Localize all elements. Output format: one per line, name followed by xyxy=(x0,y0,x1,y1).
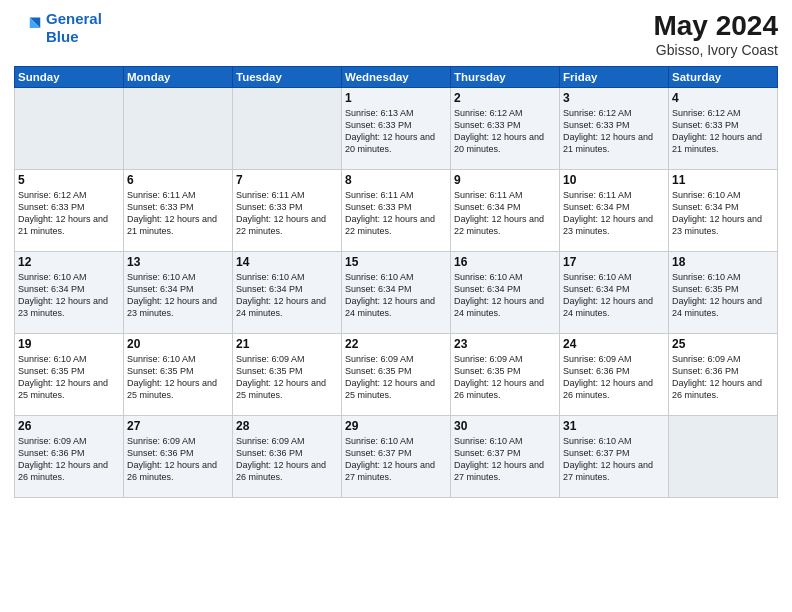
day-number: 3 xyxy=(563,91,665,105)
calendar-cell: 27Sunrise: 6:09 AMSunset: 6:36 PMDayligh… xyxy=(124,416,233,498)
weekday-header-friday: Friday xyxy=(560,67,669,88)
calendar-cell: 7Sunrise: 6:11 AMSunset: 6:33 PMDaylight… xyxy=(233,170,342,252)
calendar-cell: 4Sunrise: 6:12 AMSunset: 6:33 PMDaylight… xyxy=(669,88,778,170)
calendar-cell: 16Sunrise: 6:10 AMSunset: 6:34 PMDayligh… xyxy=(451,252,560,334)
page: General Blue May 2024 Gbisso, Ivory Coas… xyxy=(0,0,792,612)
day-number: 16 xyxy=(454,255,556,269)
day-info: Sunrise: 6:12 AMSunset: 6:33 PMDaylight:… xyxy=(18,189,120,238)
day-number: 22 xyxy=(345,337,447,351)
day-number: 31 xyxy=(563,419,665,433)
calendar-cell xyxy=(124,88,233,170)
calendar-cell: 12Sunrise: 6:10 AMSunset: 6:34 PMDayligh… xyxy=(15,252,124,334)
day-info: Sunrise: 6:10 AMSunset: 6:37 PMDaylight:… xyxy=(454,435,556,484)
month-title: May 2024 xyxy=(653,10,778,42)
logo-line1: General xyxy=(46,10,102,27)
logo-line2: Blue xyxy=(46,28,79,45)
calendar-cell: 3Sunrise: 6:12 AMSunset: 6:33 PMDaylight… xyxy=(560,88,669,170)
day-info: Sunrise: 6:09 AMSunset: 6:35 PMDaylight:… xyxy=(454,353,556,402)
calendar-cell: 14Sunrise: 6:10 AMSunset: 6:34 PMDayligh… xyxy=(233,252,342,334)
day-info: Sunrise: 6:10 AMSunset: 6:34 PMDaylight:… xyxy=(454,271,556,320)
day-info: Sunrise: 6:11 AMSunset: 6:33 PMDaylight:… xyxy=(236,189,338,238)
day-number: 26 xyxy=(18,419,120,433)
day-info: Sunrise: 6:11 AMSunset: 6:34 PMDaylight:… xyxy=(563,189,665,238)
calendar-cell xyxy=(233,88,342,170)
calendar-cell: 21Sunrise: 6:09 AMSunset: 6:35 PMDayligh… xyxy=(233,334,342,416)
day-info: Sunrise: 6:09 AMSunset: 6:36 PMDaylight:… xyxy=(672,353,774,402)
header: General Blue May 2024 Gbisso, Ivory Coas… xyxy=(14,10,778,58)
day-info: Sunrise: 6:09 AMSunset: 6:35 PMDaylight:… xyxy=(345,353,447,402)
day-number: 6 xyxy=(127,173,229,187)
calendar-cell: 6Sunrise: 6:11 AMSunset: 6:33 PMDaylight… xyxy=(124,170,233,252)
day-info: Sunrise: 6:10 AMSunset: 6:34 PMDaylight:… xyxy=(18,271,120,320)
location-title: Gbisso, Ivory Coast xyxy=(653,42,778,58)
day-info: Sunrise: 6:10 AMSunset: 6:35 PMDaylight:… xyxy=(18,353,120,402)
day-info: Sunrise: 6:13 AMSunset: 6:33 PMDaylight:… xyxy=(345,107,447,156)
calendar-cell: 19Sunrise: 6:10 AMSunset: 6:35 PMDayligh… xyxy=(15,334,124,416)
day-info: Sunrise: 6:10 AMSunset: 6:34 PMDaylight:… xyxy=(345,271,447,320)
day-info: Sunrise: 6:11 AMSunset: 6:33 PMDaylight:… xyxy=(345,189,447,238)
weekday-header-tuesday: Tuesday xyxy=(233,67,342,88)
calendar-cell xyxy=(669,416,778,498)
day-number: 2 xyxy=(454,91,556,105)
day-number: 29 xyxy=(345,419,447,433)
day-info: Sunrise: 6:10 AMSunset: 6:35 PMDaylight:… xyxy=(127,353,229,402)
day-number: 18 xyxy=(672,255,774,269)
day-info: Sunrise: 6:10 AMSunset: 6:34 PMDaylight:… xyxy=(236,271,338,320)
day-info: Sunrise: 6:09 AMSunset: 6:36 PMDaylight:… xyxy=(563,353,665,402)
day-info: Sunrise: 6:11 AMSunset: 6:33 PMDaylight:… xyxy=(127,189,229,238)
calendar-cell: 13Sunrise: 6:10 AMSunset: 6:34 PMDayligh… xyxy=(124,252,233,334)
day-number: 8 xyxy=(345,173,447,187)
logo-text: General Blue xyxy=(46,10,102,46)
day-number: 13 xyxy=(127,255,229,269)
calendar-cell: 17Sunrise: 6:10 AMSunset: 6:34 PMDayligh… xyxy=(560,252,669,334)
calendar: SundayMondayTuesdayWednesdayThursdayFrid… xyxy=(14,66,778,498)
logo-icon xyxy=(14,14,42,42)
day-info: Sunrise: 6:09 AMSunset: 6:36 PMDaylight:… xyxy=(127,435,229,484)
day-number: 14 xyxy=(236,255,338,269)
calendar-cell xyxy=(15,88,124,170)
calendar-cell: 10Sunrise: 6:11 AMSunset: 6:34 PMDayligh… xyxy=(560,170,669,252)
day-number: 15 xyxy=(345,255,447,269)
calendar-cell: 15Sunrise: 6:10 AMSunset: 6:34 PMDayligh… xyxy=(342,252,451,334)
calendar-cell: 8Sunrise: 6:11 AMSunset: 6:33 PMDaylight… xyxy=(342,170,451,252)
day-number: 5 xyxy=(18,173,120,187)
day-number: 4 xyxy=(672,91,774,105)
day-info: Sunrise: 6:12 AMSunset: 6:33 PMDaylight:… xyxy=(672,107,774,156)
calendar-cell: 9Sunrise: 6:11 AMSunset: 6:34 PMDaylight… xyxy=(451,170,560,252)
day-info: Sunrise: 6:10 AMSunset: 6:37 PMDaylight:… xyxy=(345,435,447,484)
calendar-cell: 24Sunrise: 6:09 AMSunset: 6:36 PMDayligh… xyxy=(560,334,669,416)
weekday-header-monday: Monday xyxy=(124,67,233,88)
weekday-header-saturday: Saturday xyxy=(669,67,778,88)
calendar-cell: 22Sunrise: 6:09 AMSunset: 6:35 PMDayligh… xyxy=(342,334,451,416)
calendar-cell: 1Sunrise: 6:13 AMSunset: 6:33 PMDaylight… xyxy=(342,88,451,170)
day-number: 12 xyxy=(18,255,120,269)
day-info: Sunrise: 6:10 AMSunset: 6:34 PMDaylight:… xyxy=(563,271,665,320)
day-info: Sunrise: 6:10 AMSunset: 6:37 PMDaylight:… xyxy=(563,435,665,484)
day-info: Sunrise: 6:09 AMSunset: 6:36 PMDaylight:… xyxy=(236,435,338,484)
day-info: Sunrise: 6:09 AMSunset: 6:35 PMDaylight:… xyxy=(236,353,338,402)
calendar-cell: 11Sunrise: 6:10 AMSunset: 6:34 PMDayligh… xyxy=(669,170,778,252)
calendar-cell: 5Sunrise: 6:12 AMSunset: 6:33 PMDaylight… xyxy=(15,170,124,252)
day-number: 25 xyxy=(672,337,774,351)
day-info: Sunrise: 6:10 AMSunset: 6:35 PMDaylight:… xyxy=(672,271,774,320)
day-number: 24 xyxy=(563,337,665,351)
calendar-cell: 31Sunrise: 6:10 AMSunset: 6:37 PMDayligh… xyxy=(560,416,669,498)
day-number: 30 xyxy=(454,419,556,433)
calendar-cell: 29Sunrise: 6:10 AMSunset: 6:37 PMDayligh… xyxy=(342,416,451,498)
week-row-3: 12Sunrise: 6:10 AMSunset: 6:34 PMDayligh… xyxy=(15,252,778,334)
calendar-cell: 26Sunrise: 6:09 AMSunset: 6:36 PMDayligh… xyxy=(15,416,124,498)
day-number: 9 xyxy=(454,173,556,187)
day-number: 7 xyxy=(236,173,338,187)
calendar-cell: 25Sunrise: 6:09 AMSunset: 6:36 PMDayligh… xyxy=(669,334,778,416)
calendar-cell: 2Sunrise: 6:12 AMSunset: 6:33 PMDaylight… xyxy=(451,88,560,170)
day-info: Sunrise: 6:10 AMSunset: 6:34 PMDaylight:… xyxy=(127,271,229,320)
weekday-header-row: SundayMondayTuesdayWednesdayThursdayFrid… xyxy=(15,67,778,88)
title-block: May 2024 Gbisso, Ivory Coast xyxy=(653,10,778,58)
day-number: 20 xyxy=(127,337,229,351)
calendar-cell: 20Sunrise: 6:10 AMSunset: 6:35 PMDayligh… xyxy=(124,334,233,416)
weekday-header-thursday: Thursday xyxy=(451,67,560,88)
week-row-5: 26Sunrise: 6:09 AMSunset: 6:36 PMDayligh… xyxy=(15,416,778,498)
day-number: 28 xyxy=(236,419,338,433)
day-info: Sunrise: 6:10 AMSunset: 6:34 PMDaylight:… xyxy=(672,189,774,238)
week-row-1: 1Sunrise: 6:13 AMSunset: 6:33 PMDaylight… xyxy=(15,88,778,170)
